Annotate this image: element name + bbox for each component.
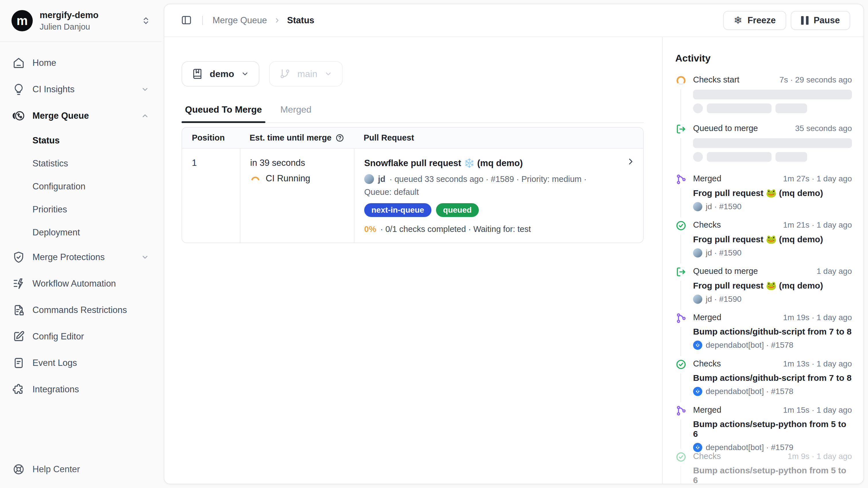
sidebar-item-workflow-automation[interactable]: Workflow Automation xyxy=(0,270,162,297)
activity-pr-title[interactable]: Bump actions/github-script from 7 to 8 xyxy=(693,373,852,383)
sidebar-item-label: Home xyxy=(32,58,56,68)
activity-time: 1 day ago xyxy=(816,267,852,276)
queue-main: demo main xyxy=(164,37,662,484)
sidebar-item-home[interactable]: Home xyxy=(0,50,162,76)
edit-pencil-icon xyxy=(13,331,25,343)
activity-item[interactable]: Queued to merge 1 day ago Frog pull requ… xyxy=(675,266,852,304)
pr-meta-text: · queued 33 seconds ago · #1589 · Priori… xyxy=(390,174,587,184)
queue-tabs: Queued To Merge Merged xyxy=(182,102,644,123)
header-divider xyxy=(202,16,203,25)
queue-table: Position Est. time until merge Pull Requ… xyxy=(182,127,644,243)
activity-time: 1m 9s · 1 day ago xyxy=(787,452,852,461)
activity-author: jd · #1590 xyxy=(706,248,742,258)
repo-select-value: demo xyxy=(210,69,234,79)
tab-merged[interactable]: Merged xyxy=(277,102,315,122)
file-lock-icon xyxy=(13,304,25,316)
activity-pr-title[interactable]: Bump actions/github-script from 7 to 8 xyxy=(693,327,852,337)
activity-pr-title[interactable]: Frog pull request 🐸 (mq demo) xyxy=(693,188,852,198)
skeleton-bar xyxy=(693,138,852,148)
badge-queued: queued xyxy=(436,203,479,217)
activity-item[interactable]: Merged 1m 15s · 1 day ago Bump actions/s… xyxy=(675,405,852,452)
activity-label: Merged xyxy=(693,313,721,322)
eta-value: in 39 seconds xyxy=(250,158,354,168)
breadcrumb-merge-queue[interactable]: Merge Queue xyxy=(213,15,267,26)
activity-time: 7s · 29 seconds ago xyxy=(779,75,852,85)
avatar xyxy=(364,174,374,184)
skeleton-bar xyxy=(776,152,807,162)
activity-item: Queued to merge 35 seconds ago xyxy=(675,123,852,162)
activity-time: 35 seconds ago xyxy=(795,124,852,133)
sidebar-subitem-configuration[interactable]: Configuration xyxy=(0,175,162,198)
life-buoy-icon xyxy=(13,463,25,476)
tab-queued-to-merge[interactable]: Queued To Merge xyxy=(182,102,266,122)
skeleton-bar xyxy=(693,90,852,99)
activity-label: Checks start xyxy=(693,75,739,85)
breadcrumb: Merge Queue Status xyxy=(213,15,314,26)
freeze-label: Freeze xyxy=(747,15,776,26)
checks-progress: 0% xyxy=(364,225,376,234)
sidebar-item-config-editor[interactable]: Config Editor xyxy=(0,323,162,350)
sidebar-item-label: Merge Protections xyxy=(32,252,105,262)
sidebar-toggle-icon[interactable] xyxy=(181,15,192,26)
chevron-down-icon xyxy=(141,85,149,93)
chevron-down-icon xyxy=(241,70,249,78)
sidebar-nav: Home CI Insights Merge Queue xyxy=(0,50,162,403)
activity-author: dependabot[bot] · #1578 xyxy=(706,387,793,396)
git-merge-icon xyxy=(675,174,687,211)
breadcrumb-status: Status xyxy=(287,15,314,26)
sidebar-subitem-label: Priorities xyxy=(32,204,67,215)
table-row[interactable]: 1 in 39 seconds CI Running xyxy=(182,149,643,242)
pause-button[interactable]: Pause xyxy=(791,11,850,30)
activity-time: 1m 13s · 1 day ago xyxy=(783,359,852,368)
mergify-logo: m xyxy=(11,10,33,31)
checks-summary: · 0/1 checks completed · Waiting for: te… xyxy=(380,225,531,234)
queued-to-merge-icon xyxy=(675,123,687,162)
check-circle-icon xyxy=(675,359,687,396)
help-circle-icon[interactable] xyxy=(336,134,344,142)
sidebar-item-integrations[interactable]: Integrations xyxy=(0,376,162,403)
activity-pr-title[interactable]: Frog pull request 🐸 (mq demo) xyxy=(693,281,852,291)
workflow-zap-icon xyxy=(13,278,25,290)
branch-select[interactable]: main xyxy=(269,61,342,87)
ci-status-label: CI Running xyxy=(266,173,310,184)
freeze-button[interactable]: ❄ Freeze xyxy=(723,11,786,30)
avatar xyxy=(693,248,702,258)
chevron-up-icon xyxy=(141,112,149,120)
activity-pr-title[interactable]: Bump actions/setup-python from 5 to 6 xyxy=(693,419,852,439)
sidebar-item-merge-protections[interactable]: Merge Protections xyxy=(0,244,162,270)
activity-item[interactable]: Checks 1m 21s · 1 day ago Frog pull requ… xyxy=(675,220,852,258)
sidebar-item-event-logs[interactable]: Event Logs xyxy=(0,350,162,376)
column-est-time: Est. time until merge xyxy=(240,133,354,143)
activity-pr-title[interactable]: Bump actions/setup-python from 5 to 6 xyxy=(693,466,852,484)
sidebar-item-ci-insights[interactable]: CI Insights xyxy=(0,76,162,103)
help-center-link[interactable]: Help Center xyxy=(13,463,80,476)
activity-pr-title[interactable]: Frog pull request 🐸 (mq demo) xyxy=(693,234,852,244)
activity-time: 1m 21s · 1 day ago xyxy=(783,221,852,230)
page-header: Merge Queue Status ❄ Freeze Pause xyxy=(164,4,863,37)
sidebar-subitem-label: Configuration xyxy=(32,181,85,192)
activity-item[interactable]: Merged 1m 19s · 1 day ago Bump actions/g… xyxy=(675,313,852,350)
repo-select[interactable]: demo xyxy=(182,61,259,87)
activity-title: Activity xyxy=(675,53,711,64)
sidebar-subitem-status[interactable]: Status xyxy=(0,129,162,152)
chevrons-up-down-icon[interactable] xyxy=(142,17,150,25)
activity-author: dependabot[bot] · #1579 xyxy=(706,443,793,452)
pr-title[interactable]: Snowflake pull request ❄️ (mq demo) xyxy=(364,158,617,168)
activity-item[interactable]: Checks 1m 9s · 1 day ago Bump actions/se… xyxy=(675,452,852,484)
branch-select-value: main xyxy=(297,69,317,79)
org-switcher[interactable]: m mergify-demo Julien Danjou xyxy=(0,0,162,42)
mergify-app: m mergify-demo Julien Danjou Home CI Ins xyxy=(0,0,868,488)
sidebar-item-merge-queue[interactable]: Merge Queue xyxy=(0,103,162,129)
activity-label: Queued to merge xyxy=(693,266,758,276)
row-expand-chevron-icon[interactable] xyxy=(626,156,636,166)
activity-item[interactable]: Merged 1m 27s · 1 day ago Frog pull requ… xyxy=(675,174,852,211)
sidebar-item-commands-restrictions[interactable]: Commands Restrictions xyxy=(0,297,162,323)
activity-time: 1m 15s · 1 day ago xyxy=(783,405,852,415)
lightbulb-icon xyxy=(13,83,25,95)
sidebar-item-label: Config Editor xyxy=(32,332,84,342)
queued-to-merge-icon xyxy=(675,266,687,304)
sidebar-subitem-statistics[interactable]: Statistics xyxy=(0,152,162,175)
sidebar-subitem-priorities[interactable]: Priorities xyxy=(0,198,162,221)
sidebar-subitem-deployment[interactable]: Deployment xyxy=(0,221,162,244)
activity-item[interactable]: Checks 1m 13s · 1 day ago Bump actions/g… xyxy=(675,359,852,396)
